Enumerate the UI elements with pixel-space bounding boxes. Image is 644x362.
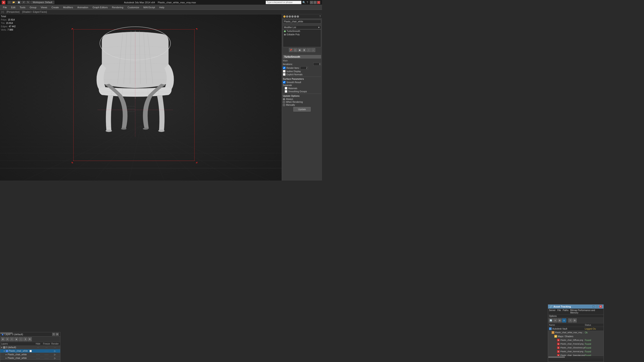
ts-iterations-row: Iterations: <box>283 62 321 66</box>
close-button[interactable]: ✕ <box>317 1 320 4</box>
modifier-list-label: Modifier List <box>284 26 296 28</box>
help-btn[interactable]: ? <box>306 1 308 4</box>
menu-modifiers[interactable]: Modifiers <box>61 5 75 9</box>
ts-always-radio[interactable] <box>283 98 285 100</box>
ts-manually-radio[interactable] <box>283 104 285 106</box>
menu-customize[interactable]: Customize <box>126 5 141 9</box>
modifier-turbosmooth[interactable]: TurboSmooth <box>283 29 321 33</box>
workspace-dropdown[interactable]: Workspace: Default <box>31 1 54 4</box>
ts-isoline-checkbox[interactable] <box>283 70 286 73</box>
ts-always-row: Always <box>283 98 321 100</box>
panel-icon-help[interactable]: ? <box>319 15 321 18</box>
undo-btn[interactable]: ↺ <box>22 1 26 4</box>
menu-edit[interactable]: Edit <box>9 5 18 9</box>
ts-materials-checkbox[interactable] <box>285 87 287 90</box>
chair-svg: ── ── ── ────── ── ── ── <box>62 22 208 172</box>
stats-total-label: Total <box>1 15 16 18</box>
ts-manually-label: Manually <box>286 104 295 106</box>
modifier-show-end-btn[interactable]: ▣ <box>298 48 302 52</box>
maximize-button[interactable]: □ <box>314 1 317 4</box>
ts-isoline-row: Isoline Display <box>283 70 321 73</box>
ts-smoothing-groups-row: Smoothing Groups <box>285 90 321 93</box>
search-input[interactable] <box>266 1 302 4</box>
dot-gold <box>283 15 286 18</box>
svg-point-38 <box>106 130 112 132</box>
menu-help[interactable]: Help <box>157 5 166 9</box>
ts-smooth-result-checkbox[interactable] <box>283 81 286 84</box>
modifier-turbosmooth-bulb <box>284 30 286 32</box>
title-toolbar-buttons[interactable]: □ 📂 💾 ↺ ↻ Workspace: Default <box>8 1 54 4</box>
ts-explicit-normals-label: Explicit Normals <box>286 73 302 76</box>
redo-btn[interactable]: ↻ <box>26 1 30 4</box>
stats-edges-value: 47 442 <box>9 25 16 28</box>
ts-when-rendering-radio[interactable] <box>283 101 285 103</box>
modifier-paste-btn[interactable]: ↓ <box>311 48 315 52</box>
ts-smooth-result-row: Smooth Result <box>283 81 321 84</box>
viewport-3d[interactable]: ── ── ── ────── ── ── ── <box>0 14 282 181</box>
menu-bar: File Edit Tools Group Views Create Modif… <box>0 5 322 10</box>
ts-surface-params-label: Surface Parameters <box>283 78 321 80</box>
object-name-text: Plastic_chair_white <box>284 20 303 23</box>
viewport-label-perspective[interactable]: [Perspective] <box>6 11 20 13</box>
ts-isoline-label: Isoline Display <box>286 70 301 73</box>
svg-text:──────: ────── <box>128 108 135 110</box>
sel-corner-tl <box>72 28 73 30</box>
modifier-copy-btn[interactable]: ↑ <box>307 48 311 52</box>
main-layout: ── ── ── ────── ── ── ── <box>0 14 322 181</box>
ts-smoothing-groups-checkbox[interactable] <box>285 90 287 93</box>
svg-point-40 <box>121 128 126 130</box>
dot-gray3 <box>291 15 294 18</box>
menu-animation[interactable]: Animation <box>75 5 90 9</box>
turbosmooth-section: TurboSmooth Main Iterations: Render Iter… <box>282 54 322 113</box>
menu-maxscript[interactable]: MAXScript <box>141 5 157 9</box>
modifier-editable-poly[interactable]: Editable Poly <box>283 33 321 36</box>
modifier-edpoly-label: Editable Poly <box>287 33 300 36</box>
modifier-pin-btn[interactable]: 📌 <box>289 48 293 52</box>
menu-group[interactable]: Group <box>28 5 38 9</box>
menu-tools[interactable]: Tools <box>18 5 28 9</box>
menu-views[interactable]: Views <box>39 5 49 9</box>
panel-color-dots <box>283 15 299 18</box>
app-icon: 3 <box>2 1 5 4</box>
save-btn[interactable]: 💾 <box>16 1 21 4</box>
modifier-del-btn[interactable]: 🗑 <box>302 48 306 52</box>
ts-materials-label: Materials <box>288 87 298 90</box>
viewport-label-shading[interactable]: [Shaded + Edged Faces] <box>22 11 47 13</box>
modifier-turbosmooth-label: TurboSmooth <box>287 30 300 32</box>
open-btn[interactable]: 📂 <box>12 1 16 4</box>
right-panel-icons: ? <box>282 14 322 19</box>
ts-render-iters-checkbox[interactable] <box>283 67 286 69</box>
new-btn[interactable]: □ <box>8 1 11 4</box>
menu-rendering[interactable]: Rendering <box>110 5 126 9</box>
ts-divider1 <box>283 77 321 77</box>
modifier-list-dropdown[interactable]: Modifier List ▼ <box>283 25 321 29</box>
ts-main-label: Main <box>283 59 321 62</box>
modifier-list-arrow: ▼ <box>318 26 320 28</box>
ts-explicit-normals-checkbox[interactable] <box>283 73 286 76</box>
menu-graph-editors[interactable]: Graph Editors <box>90 5 110 9</box>
menu-file[interactable]: File <box>1 5 9 9</box>
ts-explicit-normals-row: Explicit Normals <box>283 73 321 76</box>
ts-update-button[interactable]: Update <box>294 107 310 111</box>
svg-text:── ── ──: ── ── ── <box>127 111 135 113</box>
ts-render-iters-row: Render Iters: <box>283 66 321 69</box>
ts-smooth-result-label: Smooth Result <box>286 81 301 84</box>
svg-text:── ── ──: ── ── ── <box>127 105 135 107</box>
minimize-button[interactable]: ─ <box>310 1 313 4</box>
ts-render-iters-label: Render Iters: <box>286 67 300 69</box>
window-controls[interactable]: ─ □ ✕ <box>310 1 320 4</box>
modifier-show-btn[interactable]: ▢ <box>294 48 298 52</box>
dot-gray4 <box>294 15 296 18</box>
ts-render-iters-input[interactable] <box>300 66 308 69</box>
modifier-list: TurboSmooth Editable Poly <box>283 29 321 47</box>
ts-smoothing-groups-label: Smoothing Groups <box>288 90 307 93</box>
stats-polys-value: 15 814 <box>8 18 15 21</box>
stats-edges-label: Edges: <box>1 25 8 28</box>
object-name-field[interactable]: Plastic_chair_white <box>283 20 321 23</box>
search-icon[interactable]: 🔍 <box>302 1 306 4</box>
ts-always-label: Always <box>286 98 293 100</box>
stats-polys-label: Polys: <box>1 18 7 21</box>
ts-iterations-input[interactable] <box>313 62 321 66</box>
ts-materials-row: Materials <box>285 87 321 90</box>
menu-create[interactable]: Create <box>50 5 61 9</box>
